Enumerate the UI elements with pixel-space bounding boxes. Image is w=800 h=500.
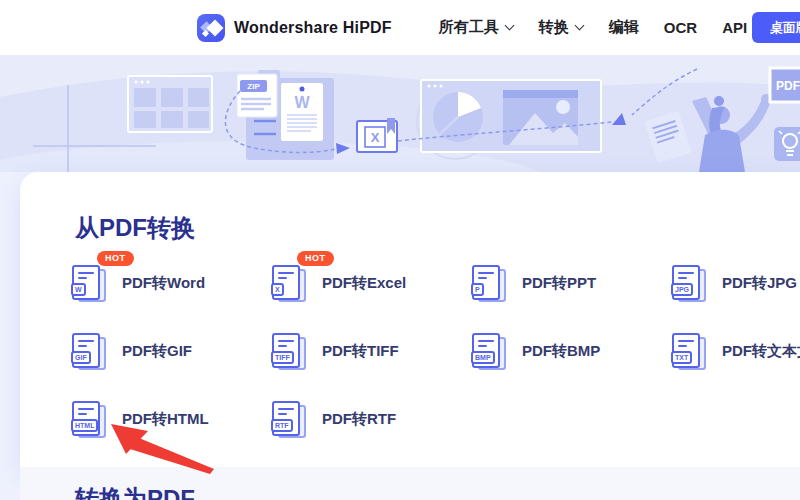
navbar: Wondershare HiPDF 所有工具 转换 编辑 OCR API: [0, 0, 800, 55]
tool-label: PDF转文本文档: [722, 342, 800, 361]
tool-grid: HOT W PDF转Word HOT X PDF转Excel: [72, 264, 800, 438]
rtf-file-icon: RTF: [272, 400, 306, 438]
jpg-file-icon: JPG: [672, 264, 706, 302]
convert-to-pdf-section: 转换为PDF: [20, 467, 800, 500]
nav-item-ocr[interactable]: OCR: [664, 19, 697, 36]
lightbulb-icon: [774, 127, 800, 161]
html-file-icon: HTML: [72, 400, 106, 438]
zip-file-illustration: ZIP: [237, 70, 280, 117]
bmp-file-icon: BMP: [472, 332, 506, 370]
pdf-badge-illustration: PDF: [770, 68, 800, 102]
thumbnail-grid-window: [128, 76, 212, 132]
svg-text:PDF: PDF: [776, 79, 800, 93]
section-title-to-pdf: 转换为PDF: [75, 485, 800, 500]
hipdf-page: Wondershare HiPDF 所有工具 转换 编辑 OCR API: [0, 0, 800, 500]
nav-item-label: 编辑: [609, 18, 639, 37]
svg-text:X: X: [371, 130, 380, 145]
tool-pdf-to-html[interactable]: HTML PDF转HTML: [72, 400, 272, 438]
tool-label: PDF转TIFF: [322, 342, 399, 361]
tool-label: PDF转BMP: [522, 342, 600, 361]
svg-text:ZIP: ZIP: [247, 82, 260, 91]
txt-file-icon: TXT: [672, 332, 706, 370]
hero-banner: W ZIP X: [0, 55, 800, 172]
nav-item-label: 所有工具: [439, 18, 499, 37]
hot-badge: HOT: [297, 251, 334, 266]
ppt-file-icon: P: [472, 264, 506, 302]
section-title-from-pdf: 从PDF转换: [75, 214, 800, 242]
tool-pdf-to-ppt[interactable]: P PDF转PPT: [472, 264, 672, 302]
brand-name: Wondershare HiPDF: [234, 19, 392, 37]
word-file-icon: W: [72, 264, 106, 302]
hot-badge: HOT: [97, 251, 134, 266]
nav-item-all-tools[interactable]: 所有工具: [439, 18, 514, 37]
nav-menu: 所有工具 转换 编辑 OCR API: [414, 18, 747, 37]
convert-from-pdf-card: 从PDF转换 HOT W PDF转Word HOT X PDF转Exce: [20, 172, 800, 467]
tool-pdf-to-tiff[interactable]: TIFF PDF转TIFF: [272, 332, 472, 370]
nav-item-convert[interactable]: 转换: [539, 18, 584, 37]
charts-window-illustration: [421, 80, 601, 152]
tool-label: PDF转HTML: [122, 410, 209, 429]
brand-logo[interactable]: Wondershare HiPDF: [197, 14, 392, 42]
excel-file-icon: X: [272, 264, 306, 302]
nav-item-label: OCR: [664, 19, 697, 36]
chevron-down-icon: [505, 21, 514, 30]
tool-label: PDF转Excel: [322, 274, 406, 293]
tool-pdf-to-txt[interactable]: TXT PDF转文本文档: [672, 332, 800, 370]
tool-label: PDF转PPT: [522, 274, 596, 293]
chevron-down-icon: [575, 21, 584, 30]
gif-file-icon: GIF: [72, 332, 106, 370]
nav-item-label: API: [722, 19, 747, 36]
nav-item-api[interactable]: API: [722, 19, 747, 36]
desktop-app-button[interactable]: 桌面版: [752, 12, 800, 43]
tool-pdf-to-bmp[interactable]: BMP PDF转BMP: [472, 332, 672, 370]
tool-pdf-to-rtf[interactable]: RTF PDF转RTF: [272, 400, 472, 438]
tool-pdf-to-gif[interactable]: GIF PDF转GIF: [72, 332, 272, 370]
excel-file-illustration: X: [357, 118, 397, 152]
tool-pdf-to-excel[interactable]: HOT X PDF转Excel: [272, 264, 472, 302]
tool-label: PDF转Word: [122, 274, 205, 293]
nav-item-edit[interactable]: 编辑: [609, 18, 639, 37]
tool-label: PDF转GIF: [122, 342, 192, 361]
tool-pdf-to-word[interactable]: HOT W PDF转Word: [72, 264, 272, 302]
tiff-file-icon: TIFF: [272, 332, 306, 370]
tool-label: PDF转RTF: [322, 410, 396, 429]
nav-item-label: 转换: [539, 18, 569, 37]
svg-text:W: W: [294, 94, 310, 111]
tool-pdf-to-jpg[interactable]: JPG PDF转JPG: [672, 264, 800, 302]
hipdf-logo-icon: [197, 14, 225, 42]
tool-label: PDF转JPG: [722, 274, 797, 293]
